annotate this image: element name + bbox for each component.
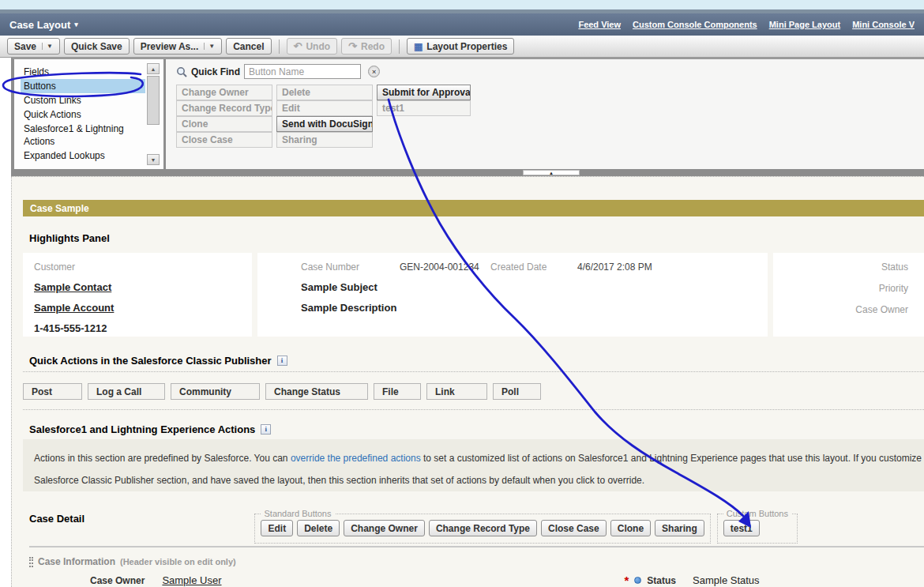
sidebar-item-expanded-lookups[interactable]: Expanded Lookups xyxy=(21,149,145,163)
palette-item-delete[interactable]: Delete xyxy=(276,85,373,100)
palette-category-list: Fields Buttons Custom Links Quick Action… xyxy=(14,59,166,169)
link-feed-view[interactable]: Feed View xyxy=(578,20,621,29)
status-field-label: Status xyxy=(647,575,676,586)
palette-item-change-owner[interactable]: Change Owner xyxy=(176,85,272,100)
sf1-actions-panel: Actions in this section are predefined b… xyxy=(23,439,924,491)
drag-handle-icon[interactable] xyxy=(29,557,33,567)
undo-button[interactable]: ↶ Undo xyxy=(287,38,338,55)
palette-item-test1[interactable]: test1 xyxy=(377,100,471,116)
quick-find-input[interactable] xyxy=(244,64,361,79)
custom-buttons-fieldset: Custom Buttons test1 xyxy=(717,509,798,544)
sf1-title-row: Salesforce1 and Lightning Experience Act… xyxy=(29,423,924,435)
scrollbar-thumb[interactable] xyxy=(147,76,160,125)
standard-button-delete[interactable]: Delete xyxy=(297,520,340,536)
palette-item-sharing[interactable]: Sharing xyxy=(276,132,373,148)
quick-save-button[interactable]: Quick Save xyxy=(64,38,130,55)
sample-user-link[interactable]: Sample User xyxy=(162,574,221,586)
layout-properties-button[interactable]: ▦ Layout Properties xyxy=(407,38,514,55)
save-dropdown-caret-icon[interactable]: ▼ xyxy=(42,43,53,50)
quick-action-file[interactable]: File xyxy=(374,383,421,400)
highlights-case-card: Case Number GEN-2004-001234 Created Date… xyxy=(257,253,768,337)
sidebar-item-custom-links[interactable]: Custom Links xyxy=(21,93,145,107)
link-mini-page-layout[interactable]: Mini Page Layout xyxy=(769,20,840,29)
palette-items-panel: Quick Find × Change Owner Delete Submit … xyxy=(166,59,924,169)
preview-dropdown-caret-icon[interactable]: ▼ xyxy=(204,43,215,50)
sidebar-item-fields[interactable]: Fields xyxy=(21,65,145,79)
quick-find-label: Quick Find xyxy=(191,66,240,77)
redo-icon: ↷ xyxy=(348,41,357,51)
quick-find-row: Quick Find × xyxy=(176,64,924,79)
custom-button-test1[interactable]: test1 xyxy=(723,520,760,536)
quick-action-poll[interactable]: Poll xyxy=(493,383,541,400)
toolbar-separator xyxy=(399,40,400,54)
quick-action-community[interactable]: Community xyxy=(171,383,260,400)
palette-collapse-bar: ▲ xyxy=(11,169,924,176)
sample-description: Sample Description xyxy=(301,302,396,314)
clear-search-icon[interactable]: × xyxy=(368,66,380,77)
palette-item-change-record-type[interactable]: Change Record Type xyxy=(176,100,272,116)
layout-canvas: Case Sample Highlights Panel Customer Sa… xyxy=(11,176,924,587)
sf1-text-pre: Actions in this section are predefined b… xyxy=(34,453,291,464)
save-button[interactable]: Save ▼ xyxy=(7,38,60,55)
palette-item-close-case[interactable]: Close Case xyxy=(176,132,272,148)
info-icon[interactable]: i xyxy=(261,424,271,435)
standard-buttons-legend: Standard Buttons xyxy=(261,509,334,518)
standard-button-sharing[interactable]: Sharing xyxy=(655,520,704,536)
quick-action-link[interactable]: Link xyxy=(426,383,487,400)
header-links: Feed View Custom Console Components Mini… xyxy=(578,20,915,29)
sidebar-item-salesforce1-lightning-actions[interactable]: Salesforce1 & Lightning Actions xyxy=(21,122,139,149)
quick-actions-zone: Post Log a Call Community Change Status … xyxy=(23,371,924,410)
toolbar-separator xyxy=(279,40,280,54)
scroll-down-icon[interactable]: ▼ xyxy=(147,154,160,165)
palette-item-send-with-docusign[interactable]: Send with DocuSign xyxy=(276,116,373,132)
standard-button-edit[interactable]: Edit xyxy=(261,520,293,536)
status-label: Status xyxy=(784,262,908,273)
sample-contact-link[interactable]: Sample Contact xyxy=(34,281,111,293)
palette-item-clone[interactable]: Clone xyxy=(176,116,272,132)
case-information-subtitle: (Header visible on edit only) xyxy=(120,557,236,566)
collapse-up-icon: ▲ xyxy=(549,171,554,175)
sidebar-item-quick-actions[interactable]: Quick Actions xyxy=(21,107,145,122)
quick-action-log-a-call[interactable]: Log a Call xyxy=(88,383,165,400)
palette-grid: Change Owner Delete Submit for Approval … xyxy=(176,85,476,148)
quick-action-change-status[interactable]: Change Status xyxy=(265,383,368,400)
toolbar: Save ▼ Quick Save Preview As... ▼ Cancel… xyxy=(0,36,924,58)
standard-button-change-owner[interactable]: Change Owner xyxy=(344,520,425,536)
case-owner-label: Case Owner xyxy=(784,304,908,315)
case-detail-title: Case Detail xyxy=(29,513,85,525)
sf1-text-line2: Salesforce Classic Publisher section, an… xyxy=(34,469,924,491)
link-mini-console-view[interactable]: Mini Console V xyxy=(852,20,915,29)
sample-account-link[interactable]: Sample Account xyxy=(34,302,114,314)
section-divider xyxy=(29,546,924,547)
sf1-actions-title: Salesforce1 and Lightning Experience Act… xyxy=(29,423,255,435)
preview-as-button[interactable]: Preview As... ▼ xyxy=(133,38,223,55)
quick-actions-title-row: Quick Actions in the Salesforce Classic … xyxy=(29,354,924,367)
palette-item-submit-for-approval[interactable]: Submit for Approval xyxy=(377,85,471,100)
case-number-label: Case Number xyxy=(301,262,400,273)
sf1-text-post: to set a customized list of actions on S… xyxy=(421,453,922,464)
standard-button-clone[interactable]: Clone xyxy=(610,520,651,536)
standard-buttons-fieldset: Standard Buttons Edit Delete Change Owne… xyxy=(254,509,710,544)
palette-editor: Fields Buttons Custom Links Quick Action… xyxy=(11,58,924,169)
browser-remnant-strip xyxy=(0,0,924,9)
highlights-status-card: Status Priority Case Owner xyxy=(773,253,924,337)
standard-button-change-record-type[interactable]: Change Record Type xyxy=(429,520,537,536)
quick-action-post[interactable]: Post xyxy=(23,383,82,400)
scroll-up-icon[interactable]: ▲ xyxy=(147,63,160,74)
palette-item-edit[interactable]: Edit xyxy=(276,100,373,116)
sidebar-item-buttons[interactable]: Buttons xyxy=(21,79,145,93)
override-predefined-actions-link[interactable]: override the predefined actions xyxy=(291,453,421,464)
link-custom-console-components[interactable]: Custom Console Components xyxy=(633,20,757,29)
page-header: Case Layout ▾ Feed View Custom Console C… xyxy=(0,13,924,36)
info-icon[interactable]: i xyxy=(277,356,287,366)
standard-button-close-case[interactable]: Close Case xyxy=(541,520,607,536)
layout-title-menu[interactable]: Case Layout ▾ xyxy=(9,19,78,31)
palette-collapse-handle[interactable]: ▲ xyxy=(523,170,580,175)
case-number-value: GEN-2004-001234 xyxy=(400,262,490,273)
sidebar-scrollbar[interactable]: ▲ ▼ xyxy=(147,63,160,165)
page-title: Case Layout xyxy=(9,19,70,31)
cancel-button[interactable]: Cancel xyxy=(226,38,271,55)
undo-icon: ↶ xyxy=(294,41,302,51)
redo-button[interactable]: ↷ Redo xyxy=(341,38,392,55)
sample-subject: Sample Subject xyxy=(301,281,377,293)
